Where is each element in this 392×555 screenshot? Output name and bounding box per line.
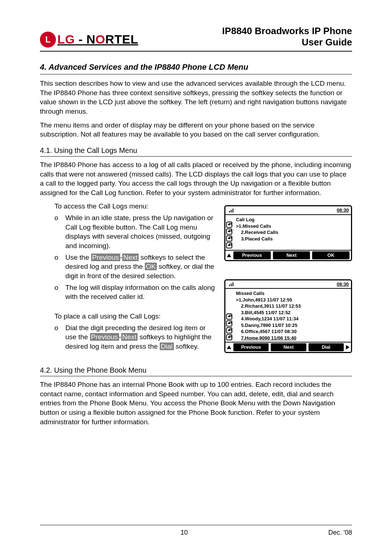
- place-lead: To place a call using the Call Logs:: [54, 312, 219, 321]
- section-4-2-para: The IP8840 Phone has an internal Phone B…: [40, 380, 352, 426]
- softkey-previous[interactable]: Previous: [233, 343, 269, 351]
- bullet-marker: o: [54, 283, 65, 301]
- dial-softkey-label: Dial: [160, 343, 174, 350]
- brand-logo-text: LG - NORTEL: [57, 31, 138, 48]
- lcd-right-line-keys: [281, 215, 392, 250]
- page-header: L LG - NORTEL IP8840 Broadworks IP Phone…: [40, 25, 352, 52]
- doc-title: IP8840 Broadworks IP Phone User Guide: [222, 25, 352, 48]
- lcd-content: Call Log >1.Missed Calls 2.Received Call…: [233, 215, 281, 250]
- next-softkey-label: Next: [122, 254, 139, 261]
- line-key-icon[interactable]: [226, 235, 232, 242]
- lcd-clock: 08:30: [337, 207, 349, 214]
- access-item-1: o While in an idle state, press the Up n…: [54, 213, 219, 251]
- page: L LG - NORTEL IP8840 Broadworks IP Phone…: [0, 0, 392, 555]
- line-key-icon[interactable]: [226, 320, 232, 327]
- line-key-icon[interactable]: [226, 313, 232, 320]
- signal-icon: [228, 282, 233, 286]
- bullet-marker: o: [54, 323, 65, 351]
- lcd-item[interactable]: 7.Home,9090 11/06 15:40: [236, 335, 301, 341]
- section-4-1-para: The IP8840 Phone has access to a log of …: [40, 160, 352, 198]
- lcd-softkey-row: Previous Next Dial: [225, 342, 351, 352]
- lcd-left-line-keys: [225, 215, 233, 250]
- lcd-item[interactable]: 3.Bill,4545 11/07 12:52: [236, 309, 301, 316]
- lcd-title: Call Log: [236, 216, 278, 223]
- logo-mark-icon: L: [40, 32, 56, 48]
- lcd-left-line-keys: [225, 289, 233, 342]
- previous-softkey-label: Previous: [90, 333, 119, 341]
- softkey-previous[interactable]: Previous: [233, 251, 271, 259]
- softkey-next[interactable]: Next: [271, 343, 306, 351]
- lcd-item[interactable]: 5.Danny,7890 11/07 10:25: [236, 322, 301, 329]
- line-key-icon[interactable]: [226, 222, 232, 228]
- back-arrow-icon[interactable]: [227, 345, 231, 349]
- line-key-icon[interactable]: [226, 242, 232, 248]
- lcd-item[interactable]: 3.Placed Calls: [236, 236, 278, 242]
- footer-date: Dec. '08: [328, 528, 352, 537]
- signal-icon: [228, 208, 233, 212]
- bullet-marker: o: [54, 213, 65, 251]
- lcd-status-bar: 08:30: [225, 206, 351, 215]
- access-lead: To access the Call Logs menu:: [54, 202, 219, 211]
- access-item-3: o The log will display information on th…: [54, 283, 219, 301]
- previous-softkey-label: Previous: [91, 254, 120, 261]
- place-item-1-text: Dial the digit preceding the desired log…: [65, 323, 219, 351]
- lcd-right-line-keys: [303, 289, 392, 342]
- section-4-para2: The menu items and order of display may …: [40, 121, 352, 139]
- lcd-item[interactable]: 4.Woody,1234 11/07 11:34: [236, 316, 301, 322]
- lcd-missed-calls: 08:30 Missed Calls >1.John,4913 11/07 12…: [224, 279, 352, 353]
- place-item-1: o Dial the digit preceding the desired l…: [54, 323, 219, 351]
- lcd-item[interactable]: 2.Richard,3911 11/07 12:53: [236, 303, 301, 309]
- section-4-heading: 4. Advanced Services and the IP8840 Phon…: [40, 62, 352, 74]
- lcd-softkey-row: Previous Next OK: [225, 250, 351, 260]
- forward-arrow-icon[interactable]: [346, 345, 350, 349]
- section-4-1-left: To access the Call Logs menu: o While in…: [40, 202, 219, 351]
- access-item-3-text: The log will display information on the …: [65, 283, 219, 301]
- back-arrow-icon[interactable]: [227, 254, 231, 257]
- next-softkey-label: Next: [121, 333, 138, 341]
- section-4-1-right: 08:30 Call Log >1.Missed Calls 2.Receive…: [224, 202, 352, 353]
- line-key-icon[interactable]: [226, 228, 232, 235]
- lcd-item-selected[interactable]: >1.John,4913 11/07 12:55: [236, 297, 301, 303]
- line-key-icon[interactable]: [226, 334, 232, 340]
- section-4-2-heading: 4.2. Using the Phone Book Menu: [40, 365, 352, 376]
- lcd-clock: 08:30: [337, 281, 349, 288]
- softkey-ok[interactable]: OK: [312, 251, 350, 259]
- lcd-call-log-menu: 08:30 Call Log >1.Missed Calls 2.Receive…: [224, 205, 352, 261]
- lcd-item[interactable]: 6.Office,4567 11/07 08:30: [236, 328, 301, 335]
- access-item-2: o Use the Previous-Next softkeys to sele…: [54, 253, 219, 281]
- lcd-item[interactable]: 2.Received Calls: [236, 229, 278, 236]
- lcd-item-selected[interactable]: >1.Missed Calls: [236, 223, 278, 230]
- section-4-1-body: To access the Call Logs menu: o While in…: [40, 202, 352, 353]
- softkey-next[interactable]: Next: [273, 251, 310, 259]
- brand-logo: L LG - NORTEL: [40, 31, 138, 48]
- page-footer: 10 Dec. '08: [40, 525, 352, 537]
- softkey-dial[interactable]: Dial: [309, 343, 344, 351]
- lcd-status-bar: 08:30: [225, 280, 351, 289]
- page-number: 10: [180, 528, 188, 537]
- doc-title-line1: IP8840 Broadworks IP Phone: [222, 25, 352, 37]
- bullet-marker: o: [54, 253, 65, 281]
- lcd-content: Missed Calls >1.John,4913 11/07 12:55 2.…: [233, 289, 303, 342]
- doc-title-line2: User Guide: [222, 37, 352, 48]
- section-4-para1: This section describes how to view and u…: [40, 79, 352, 116]
- ok-softkey-label: OK: [145, 263, 157, 270]
- access-item-1-text: While in an idle state, press the Up nav…: [65, 213, 219, 251]
- lcd-title: Missed Calls: [236, 290, 301, 297]
- access-item-2-text: Use the Previous-Next softkeys to select…: [65, 253, 219, 281]
- line-key-icon[interactable]: [226, 327, 232, 333]
- section-4-1-heading: 4.1. Using the Call Logs Menu: [40, 146, 352, 157]
